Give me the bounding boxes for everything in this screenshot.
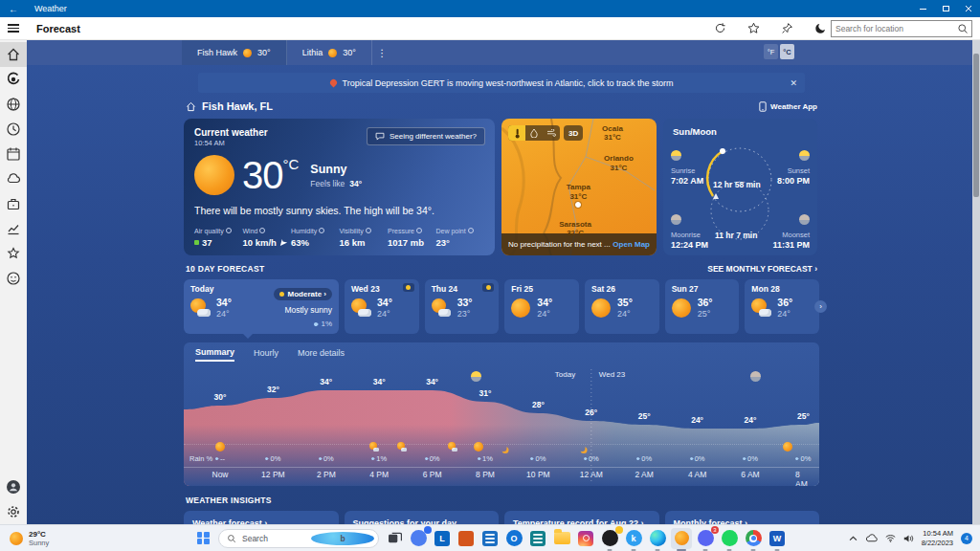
taskbar-app-discord[interactable]: 3 <box>695 528 716 549</box>
day-card-fri-25[interactable]: Fri 2534°24° <box>504 279 579 334</box>
precipitation-layer-button[interactable] <box>525 125 543 141</box>
alert-close-icon[interactable]: ✕ <box>790 78 797 88</box>
hourly-temp-label: 24° <box>745 415 757 425</box>
sidebar-item-life[interactable] <box>0 191 27 216</box>
volume-icon[interactable] <box>903 534 914 543</box>
weather-map-card[interactable]: 3D No precipitation for the next ... Ope… <box>501 119 657 255</box>
sidebar-item-favorites[interactable] <box>0 241 27 266</box>
taskbar-app-bird-app[interactable] <box>599 528 620 549</box>
uv-index-badge[interactable]: Moderate › <box>274 288 332 300</box>
taskbar-app-word[interactable]: W <box>767 528 788 549</box>
see-monthly-forecast-link[interactable]: SEE MONTHLY FORECAST › <box>707 264 817 274</box>
weather-app-link[interactable]: Weather App <box>759 101 817 112</box>
taskbar-app-edge[interactable] <box>647 528 668 549</box>
day-card-thu-24[interactable]: Thu 2433°23° <box>425 279 500 334</box>
back-button[interactable]: ← <box>0 0 27 17</box>
widget-sun-icon <box>10 532 23 545</box>
taskbar-app-spotify[interactable] <box>719 528 740 549</box>
chart-tab-hourly[interactable]: Hourly <box>254 348 278 361</box>
search-icon[interactable] <box>957 23 969 34</box>
report-weather-button[interactable]: Seeing different weather? <box>367 127 485 145</box>
insight-card-suggestions-for-your-day[interactable]: Suggestions for your day <box>345 511 500 524</box>
taskbar-weather-widget[interactable]: 29°C Sunny <box>0 525 58 551</box>
sidebar-item-home[interactable] <box>0 42 27 67</box>
map-3d-button[interactable]: 3D <box>564 125 583 141</box>
bing-icon[interactable]: b <box>311 532 374 545</box>
fahrenheit-button[interactable]: °F <box>764 44 778 59</box>
taskbar-app-file-explorer[interactable] <box>551 528 572 549</box>
scrollbar-thumb[interactable] <box>973 54 979 197</box>
feels-like-value: 34° <box>349 179 362 188</box>
taskbar-app-instagram[interactable] <box>575 528 596 549</box>
sidebar-item-profile[interactable] <box>0 474 27 499</box>
day-card-wed-23[interactable]: Wed 2334°24° <box>345 279 419 334</box>
notification-badge[interactable]: 4 <box>961 533 972 544</box>
taskbar-app-blue-lines-app[interactable] <box>479 528 501 549</box>
running-indicator <box>608 549 612 551</box>
day-card-today[interactable]: Today34°24°Moderate ›Mostly sunny1% <box>184 279 339 334</box>
location-search-input[interactable] <box>832 24 957 33</box>
profile-icon <box>6 479 21 495</box>
refresh-icon[interactable] <box>714 22 726 34</box>
k-app-icon: k <box>626 530 642 546</box>
chart-tab-more-details[interactable]: More details <box>298 348 345 361</box>
close-button[interactable] <box>957 0 980 17</box>
maximize-button[interactable] <box>934 0 957 17</box>
taskbar-app-chat[interactable] <box>408 528 429 549</box>
sidebar-item-hurricane-tracker[interactable] <box>0 67 27 92</box>
taskbar-app-teal-lines-app[interactable] <box>527 528 548 549</box>
tray-chevron-icon[interactable] <box>849 536 858 541</box>
clock[interactable]: 10:54 AM 8/22/2023 <box>922 529 953 547</box>
day-card-sat-26[interactable]: Sat 2635°24° <box>585 279 659 334</box>
open-map-link[interactable]: Open Map <box>612 240 650 249</box>
taskbar-search[interactable]: Search b <box>218 529 379 548</box>
hour-label: 4 AM <box>688 470 706 479</box>
taskbar-app-linkedin[interactable]: L <box>432 528 453 549</box>
sidebar-item-pollen[interactable] <box>0 166 27 191</box>
onedrive-icon[interactable] <box>865 534 878 542</box>
outlook-icon: O <box>506 530 523 546</box>
taskbar-app-weather[interactable] <box>671 528 692 549</box>
sidebar-item-settings[interactable] <box>0 499 27 524</box>
spotify-icon <box>722 530 738 546</box>
hourly-temperature-chart[interactable]: 30°32°34°34°34°31°28°26°25°24°24°25°Rain… <box>184 365 819 486</box>
sidebar-item-maps[interactable] <box>0 92 27 117</box>
moonset-icon <box>799 214 810 225</box>
day-card-sun-27[interactable]: Sun 2736°25° <box>665 279 740 334</box>
insight-card-temperature-record-for-aug-22[interactable]: Temperature record for Aug 22 › <box>504 511 659 524</box>
taskbar-app-chrome[interactable] <box>743 528 764 549</box>
menu-button[interactable] <box>0 24 27 33</box>
running-indicator <box>751 549 756 551</box>
tab-overflow-button[interactable]: ⋮ <box>372 48 393 58</box>
insight-card-weather-forecast[interactable]: Weather forecast › <box>184 511 339 524</box>
favorite-star-icon[interactable] <box>747 22 760 34</box>
wifi-icon[interactable] <box>885 534 896 542</box>
dark-mode-moon-icon[interactable] <box>814 22 827 34</box>
hour-label: 2 PM <box>317 470 336 479</box>
day-card-mon-28[interactable]: Mon 2836°24° <box>745 279 819 334</box>
start-button[interactable] <box>192 528 213 549</box>
taskbar-app-powerpoint[interactable] <box>456 528 477 549</box>
storm-alert-banner[interactable]: Tropical Depression GERT is moving west-… <box>198 73 805 93</box>
sidebar-item-hourly-forecast[interactable] <box>0 117 27 142</box>
forecast-scroll-right-button[interactable]: › <box>814 300 827 313</box>
minimize-button[interactable] <box>911 0 934 17</box>
location-tab-fish-hawk[interactable]: Fish Hawk30° <box>182 40 287 65</box>
rain-percent-value: 0% <box>743 454 758 463</box>
hourly-temp-label: 25° <box>638 411 651 421</box>
celsius-button[interactable]: °C <box>780 44 794 59</box>
sidebar-item-historical-weather[interactable] <box>0 216 27 241</box>
taskbar-app-task-view[interactable] <box>384 528 405 549</box>
vertical-scrollbar[interactable] <box>972 40 980 524</box>
temperature-layer-button[interactable] <box>508 125 525 141</box>
insight-card-monthly-forecast[interactable]: Monthly forecast › <box>665 511 820 524</box>
sidebar-item-feedback[interactable] <box>0 266 27 291</box>
sidebar-item-monthly-forecast[interactable] <box>0 142 27 166</box>
pin-icon[interactable] <box>781 22 793 34</box>
location-tab-lithia[interactable]: Lithia30° <box>287 40 372 65</box>
wind-layer-button[interactable] <box>543 125 560 141</box>
weather-content: Fish Hawk30°Lithia30°⋮ °F °C Tropical De… <box>27 40 980 524</box>
taskbar-app-outlook[interactable]: O <box>503 528 524 549</box>
chart-tab-summary[interactable]: Summary <box>195 347 234 362</box>
taskbar-app-k-app[interactable]: k <box>623 528 644 549</box>
